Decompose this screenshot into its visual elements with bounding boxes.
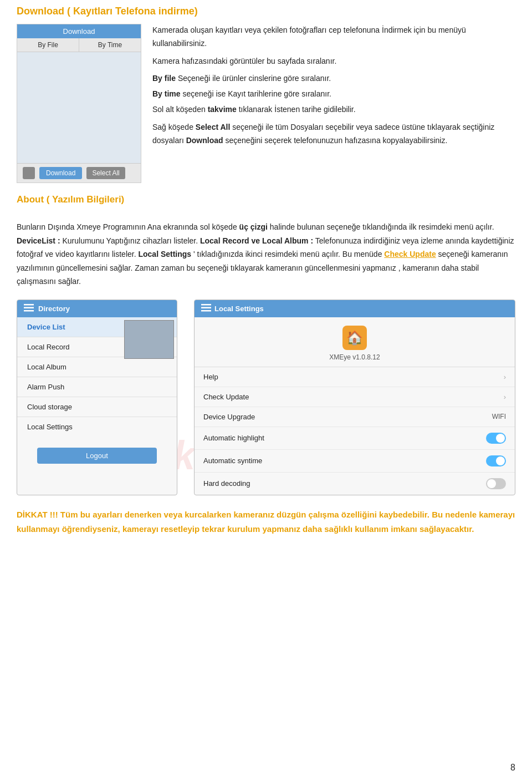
autohighlight-label: Automatic highlight (203, 434, 264, 442)
intro-para-2: Kamera hafızasındaki görüntüler bu sayfa… (152, 55, 515, 68)
screenshots-row: Directory Device List Local Record Local… (17, 300, 515, 495)
screenshot-buttons: By File By Time (17, 38, 141, 52)
autohighlight-toggle[interactable] (486, 433, 506, 444)
thumbnail-image (124, 320, 174, 359)
help-arrow: › (504, 373, 506, 381)
ls-row-help[interactable]: Help › (195, 367, 515, 387)
ls-row-autosyntime[interactable]: Automatic syntime (195, 450, 515, 473)
intro-para-3: By file Seçeneği ile ürünler cinslerine … (152, 72, 515, 85)
help-label: Help (203, 373, 218, 381)
download-screenshot: Download By File By Time Download Select… (17, 24, 141, 183)
directory-screenshot: Directory Device List Local Record Local… (17, 300, 177, 495)
harddecoding-toggle[interactable] (486, 478, 506, 489)
menu-local-settings[interactable]: Local Settings (17, 417, 177, 437)
svg-rect-5 (201, 310, 211, 312)
ls-row-checkupdate[interactable]: Check Update › (195, 387, 515, 407)
logout-button[interactable]: Logout (37, 448, 157, 464)
download-button[interactable]: Download (39, 167, 82, 179)
local-settings-label: Local Settings (214, 305, 264, 313)
svg-rect-1 (24, 307, 34, 308)
menu-cloud-storage[interactable]: Cloud storage (17, 397, 177, 417)
about-title: About ( Yazılım Bilgileri) (17, 194, 515, 205)
about-text-2-full: Bunların Dışında Xmeye Programının Ana e… (17, 220, 515, 288)
autosyntime-toggle[interactable] (486, 455, 506, 466)
screenshot-topbar: Download (17, 24, 141, 38)
checkupdate-label: Check Update (203, 393, 249, 401)
ls-row-autohighlight[interactable]: Automatic highlight (195, 427, 515, 450)
svg-rect-4 (201, 307, 211, 308)
directory-header: Directory (17, 300, 177, 317)
directory-header-icon (24, 304, 34, 313)
menu-alarm-push[interactable]: Alarm Push (17, 377, 177, 397)
page-title: Download ( Kayıtları Telefona indirme) (17, 6, 515, 17)
wifi-label: WIFI (492, 413, 506, 420)
svg-rect-2 (24, 310, 34, 312)
version-label: XMEye v1.0.8.12 (329, 353, 380, 361)
svg-rect-0 (24, 304, 34, 306)
page-number: 8 (510, 763, 515, 773)
autosyntime-label: Automatic syntime (203, 457, 262, 465)
screenshot-content-area (17, 52, 141, 163)
by-time-btn[interactable]: By Time (79, 38, 141, 52)
calendar-icon (23, 167, 35, 179)
directory-label: Directory (38, 305, 70, 313)
by-file-btn[interactable]: By File (17, 38, 79, 52)
intro-text: Kamerada oluşan kayıtları veya çekilen f… (152, 24, 515, 183)
deviceupgrade-label: Device Upgrade (203, 413, 255, 421)
menu-local-album[interactable]: Local Album (17, 357, 177, 377)
top-section: Download By File By Time Download Select… (17, 24, 515, 183)
intro-para-1: Kamerada oluşan kayıtları veya çekilen f… (152, 24, 515, 50)
home-icon: 🏠 (342, 326, 367, 350)
local-settings-screenshot: Local Settings 🏠 XMEye v1.0.8.12 Help › … (194, 300, 515, 495)
warning-text: DİKKAT !!! Tüm bu ayarları denerken veya… (17, 508, 515, 537)
ls-icon-area: 🏠 XMEye v1.0.8.12 (195, 317, 515, 367)
local-settings-header: Local Settings (195, 300, 515, 317)
checkupdate-arrow: › (504, 393, 506, 401)
intro-para-5: Sol alt köşeden takvime tıklanarak İsten… (152, 103, 515, 116)
intro-para-4: By time seçeneği ise Kayıt tarihlerine g… (152, 88, 515, 101)
screenshot-bottom-bar: Download Select All (17, 163, 141, 182)
select-all-button[interactable]: Select All (86, 167, 125, 179)
intro-para-6: Sağ köşede Select All seçeneği ile tüm D… (152, 121, 515, 148)
svg-rect-3 (201, 304, 211, 306)
ls-row-deviceupgrade[interactable]: Device Upgrade WIFI (195, 407, 515, 427)
local-settings-header-icon (201, 304, 211, 313)
ls-row-harddecoding[interactable]: Hard decoding (195, 473, 515, 495)
harddecoding-label: Hard decoding (203, 479, 250, 488)
